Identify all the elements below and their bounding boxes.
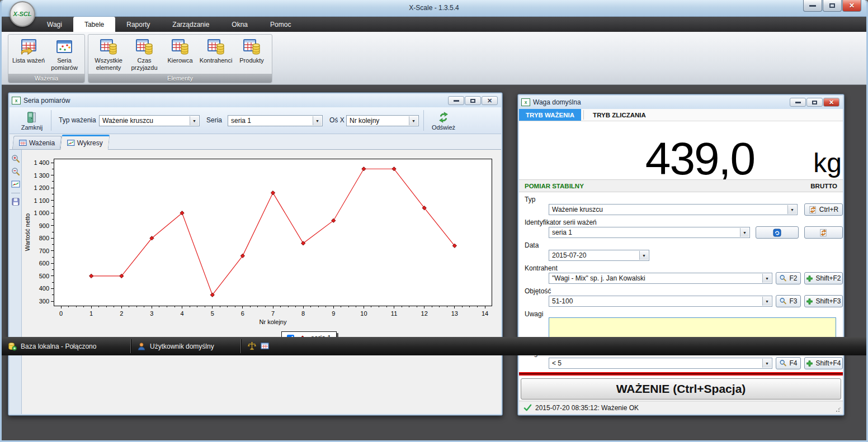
close-button[interactable]: ✕ [842, 0, 861, 12]
tab-wazenia[interactable]: Ważenia [12, 136, 62, 149]
mdi-workspace: X Seria pomiarów ✕ Zamknij Typ ważenia [2, 85, 866, 422]
menu-tab-pomoc[interactable]: Pomoc [259, 17, 302, 32]
objetosc-label: Objętość [525, 287, 551, 295]
svg-text:800: 800 [39, 235, 49, 241]
chart-image-icon[interactable] [11, 180, 20, 189]
series-window-title: Seria pomiarów [23, 97, 70, 104]
typ-label: Typ [525, 196, 535, 203]
close-button[interactable]: ✕ [823, 98, 839, 107]
tab-tryb-wazenia[interactable]: TRYB WAŻENIA [519, 109, 581, 121]
chevron-down-icon[interactable]: ▼ [740, 228, 749, 237]
magnifier-icon [779, 297, 787, 305]
title-bar[interactable]: X-Scale - 1.3.5.4 ✕ [0, 0, 868, 17]
weigh-action-button[interactable]: WAŻENIE (Ctrl+Spacja) [521, 378, 841, 400]
seria-refresh-button[interactable] [804, 226, 843, 239]
svg-text:600: 600 [39, 260, 49, 267]
zoom-out-icon[interactable] [11, 167, 20, 176]
kontrahent-add-button[interactable]: Shift+F2 [804, 272, 843, 284]
seria-combobox[interactable]: seria 1 ▼ [549, 227, 750, 238]
ribbon-tab-bar: Wagi Tabele Raporty Zarządzanie Okna Pom… [0, 17, 868, 32]
chevron-down-icon[interactable]: ▼ [409, 116, 418, 125]
statusbar-user-section: Użytkownik domyślny [131, 337, 240, 355]
minimize-button[interactable] [803, 0, 822, 12]
svg-text:5: 5 [211, 310, 214, 317]
plus-icon [806, 298, 813, 305]
ribbon-item-lista-wazen[interactable]: Lista ważeń [11, 37, 46, 64]
database-connected-icon [7, 341, 17, 351]
menu-tab-raporty[interactable]: Raporty [115, 17, 161, 32]
resize-grip[interactable] [836, 407, 841, 412]
svg-text:500: 500 [39, 273, 49, 279]
zoom-in-icon[interactable] [11, 154, 20, 163]
svg-text:1 400: 1 400 [34, 159, 49, 166]
chevron-down-icon[interactable]: ▼ [762, 274, 771, 283]
wilgoc-combobox[interactable]: < 5 ▼ [549, 358, 772, 369]
line-chart[interactable]: 0123456789101112131430040050060070080090… [22, 150, 501, 414]
scale-window-titlebar[interactable]: X Waga domyślna ✕ [519, 96, 843, 109]
chevron-down-icon[interactable]: ▼ [762, 297, 771, 306]
objetosc-add-button[interactable]: Shift+F3 [804, 295, 843, 307]
menu-tab-tabele[interactable]: Tabele [73, 17, 115, 32]
chart-icon [67, 139, 75, 147]
close-window-button[interactable]: Zamknij [17, 108, 46, 133]
menu-tab-zarzadzanie[interactable]: Zarządzanie [161, 17, 220, 32]
ribbon-item-produkty[interactable]: Produkty [234, 37, 270, 64]
objetosc-combobox[interactable]: 51-100 ▼ [549, 296, 772, 307]
tab-wykresy[interactable]: Wykresy [60, 135, 110, 150]
chevron-down-icon[interactable]: ▼ [787, 205, 796, 214]
svg-text:8: 8 [301, 310, 305, 317]
xaxis-label: Oś X [329, 116, 345, 124]
ribbon-item-kontrahenci[interactable]: Kontrahenci [198, 37, 234, 64]
menu-tab-okna[interactable]: Okna [220, 17, 259, 32]
app-logo-icon[interactable]: X-SCL [10, 1, 35, 27]
ribbon-item-czas-przyjazdu[interactable]: Czas przyjazdu [126, 37, 162, 71]
data-combobox[interactable]: 2015-07-20 ▼ [549, 250, 649, 261]
xaxis-combobox[interactable]: Nr kolejny ▼ [346, 115, 419, 126]
chevron-down-icon[interactable]: ▼ [762, 359, 771, 368]
type-combobox[interactable]: Ważenie kruszcu ▼ [99, 115, 200, 126]
typ-refresh-button[interactable]: Ctrl+R [804, 203, 843, 216]
svg-text:Nr kolejny: Nr kolejny [260, 319, 287, 325]
minimize-button[interactable] [790, 98, 806, 107]
ribbon-item-kierowca[interactable]: Kierowca [162, 37, 198, 64]
series-label: Seria [206, 116, 222, 124]
chevron-down-icon[interactable]: ▼ [639, 251, 648, 260]
svg-text:400: 400 [39, 285, 49, 292]
magnifier-icon [779, 359, 787, 367]
chevron-down-icon[interactable]: ▼ [313, 116, 322, 125]
restore-button[interactable] [465, 96, 481, 105]
objetosc-find-button[interactable]: F3 [776, 295, 801, 307]
save-icon[interactable] [11, 197, 20, 206]
svg-text:13: 13 [451, 310, 458, 317]
wilgoc-find-button[interactable]: F4 [776, 357, 801, 369]
svg-text:6: 6 [241, 310, 244, 317]
menu-tab-wagi[interactable]: Wagi [36, 17, 73, 32]
series-window-titlebar[interactable]: X Seria pomiarów ✕ [10, 94, 501, 107]
ribbon-item-wszystkie-elementy[interactable]: Wszystkie elementy [91, 37, 126, 71]
series-combobox[interactable]: seria 1 ▼ [228, 115, 323, 126]
close-button[interactable]: ✕ [482, 96, 498, 105]
refresh-blue-icon [773, 229, 781, 237]
restore-button[interactable] [823, 0, 842, 12]
typ-combobox[interactable]: Ważenie kruszcu ▼ [549, 204, 798, 215]
chevron-down-icon[interactable]: ▼ [190, 116, 199, 125]
minimize-button[interactable] [448, 96, 464, 105]
table-db-icon [135, 38, 153, 56]
weight-value: 439,0 [645, 132, 754, 185]
seria-reload-button[interactable] [756, 226, 799, 239]
tab-tryb-zliczania[interactable]: TRYB ZLICZANIA [586, 109, 653, 121]
svg-text:1: 1 [89, 310, 93, 317]
refresh-doc-icon [819, 229, 828, 237]
refresh-button[interactable]: Odśwież [428, 108, 459, 133]
close-icon: ✕ [849, 2, 855, 9]
ribbon-item-seria-pomiarow[interactable]: Seria pomiarów [46, 37, 82, 71]
restore-button[interactable] [806, 98, 823, 107]
scale-window: X Waga domyślna ✕ TRYB WAŻENIA TRYB ZLIC… [517, 94, 845, 416]
svg-text:14: 14 [482, 310, 488, 317]
svg-text:1 200: 1 200 [34, 184, 49, 191]
kontrahent-find-button[interactable]: F2 [776, 272, 801, 284]
wilgoc-add-button[interactable]: Shift+F4 [804, 357, 843, 369]
scale-status-text: 2015-07-20 08:35:12: Ważenie OK [535, 404, 639, 412]
kontrahent-combobox[interactable]: "Wagi - Mix" sp. j. Jan Kowalski ▼ [549, 273, 772, 284]
svg-text:4: 4 [181, 310, 184, 317]
